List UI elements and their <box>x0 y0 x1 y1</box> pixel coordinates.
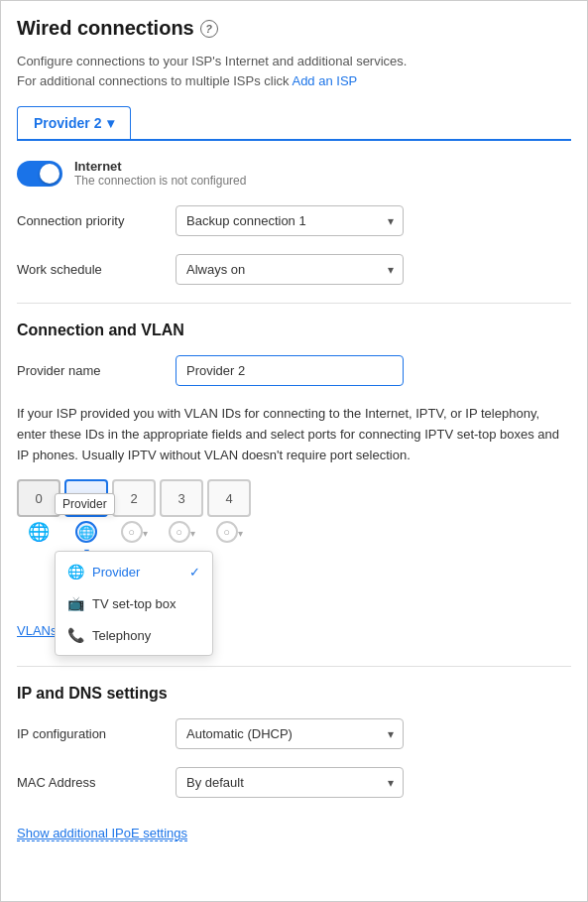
divider2 <box>17 666 571 667</box>
mac-address-select[interactable]: By default Custom <box>176 767 404 798</box>
port-1-circle[interactable]: 🌐 <box>75 521 97 543</box>
port-3-arrow: ▾ <box>190 528 195 539</box>
port-4-label: 4 <box>225 491 232 506</box>
tab-dropdown-icon: ▾ <box>107 115 114 131</box>
port-0-label: 0 <box>35 491 42 506</box>
check-icon: ✓ <box>189 565 200 580</box>
internet-status: The connection is not configured <box>74 174 246 188</box>
show-additional-link[interactable]: Show additional IPoE settings <box>17 826 187 841</box>
port-icon-row: 🌐 🌐 ▾ Provider 🌐 Provider ✓ <box>17 521 571 543</box>
ip-config-select-wrapper: Automatic (DHCP) Static IP PPPoE ▾ <box>176 718 404 749</box>
ip-config-label: IP configuration <box>17 726 166 741</box>
add-isp-link[interactable]: Add an ISP <box>292 73 357 88</box>
dropdown-telephony-label: Telephony <box>92 628 151 643</box>
dropdown-phone-icon: 📞 <box>67 627 84 643</box>
port-3-icon: ○ <box>176 526 182 538</box>
port-3-circle[interactable]: ○ <box>169 521 190 543</box>
port-1-dropdown: 🌐 Provider ✓ 📺 TV set-top box 📞 Telephon… <box>55 551 213 656</box>
page-title: Wired connections ? <box>17 17 571 40</box>
port-2-icon: ○ <box>128 526 135 538</box>
ports-section: 0 1 2 3 <box>17 479 571 543</box>
dropdown-provider-label: Provider <box>92 565 140 580</box>
port-2-btn[interactable]: 2 <box>112 479 156 517</box>
work-schedule-label: Work schedule <box>17 262 166 277</box>
description-line2-prefix: For additional connections to multiple I… <box>17 73 292 88</box>
provider-name-row: Provider name <box>17 355 571 386</box>
mac-address-select-wrapper: By default Custom ▾ <box>176 767 404 798</box>
dropdown-tv-label: TV set-top box <box>92 596 176 611</box>
divider1 <box>17 303 571 304</box>
provider-name-label: Provider name <box>17 363 166 378</box>
dropdown-item-telephony[interactable]: 📞 Telephony <box>56 619 212 651</box>
vlan-section-title: Connection and VLAN <box>17 322 571 339</box>
connection-priority-row: Connection priority Backup connection 1 … <box>17 205 571 236</box>
port-3-box: 3 <box>160 479 203 517</box>
internet-toggle[interactable] <box>17 161 62 187</box>
vlan-info: If your ISP provided you with VLAN IDs f… <box>17 404 571 465</box>
work-schedule-select[interactable]: Always on Custom schedule <box>176 254 404 285</box>
ip-config-row: IP configuration Automatic (DHCP) Static… <box>17 718 571 749</box>
description-line1: Configure connections to your ISP's Inte… <box>17 54 407 68</box>
wan-globe-icon: 🌐 <box>28 521 50 543</box>
ip-config-select[interactable]: Automatic (DHCP) Static IP PPPoE <box>176 718 404 749</box>
internet-info: Internet The connection is not configure… <box>74 159 246 188</box>
port-4-box: 4 <box>207 479 251 517</box>
port-1-tooltip: Provider <box>55 493 115 515</box>
tab-provider2-label: Provider 2 <box>34 115 101 131</box>
ip-dns-section-title: IP and DNS settings <box>17 685 571 703</box>
page-description: Configure connections to your ISP's Inte… <box>17 52 571 90</box>
help-icon[interactable]: ? <box>200 20 218 38</box>
mac-address-label: MAC Address <box>17 775 166 790</box>
dropdown-item-provider[interactable]: 🌐 Provider ✓ <box>56 556 212 587</box>
port-4-circle[interactable]: ○ <box>216 521 238 543</box>
connection-priority-label: Connection priority <box>17 213 166 228</box>
port-4-btn[interactable]: 4 <box>207 479 251 517</box>
port-2-box: 2 <box>112 479 156 517</box>
port-2-arrow: ▾ <box>143 528 148 539</box>
port-1-icon: 🌐 <box>78 525 94 540</box>
port-2-label: 2 <box>130 491 137 506</box>
internet-row: Internet The connection is not configure… <box>17 159 571 188</box>
port-2-circle[interactable]: ○ <box>121 521 143 543</box>
page-container: Wired connections ? Configure connection… <box>0 0 588 902</box>
dropdown-item-tv[interactable]: 📺 TV set-top box <box>56 587 212 619</box>
tabs-container: Provider 2 ▾ <box>17 106 571 141</box>
port-4-icon-cell: ○ ▾ <box>207 521 251 543</box>
work-schedule-row: Work schedule Always on Custom schedule … <box>17 254 571 285</box>
dropdown-provider-icon: 🌐 <box>67 564 84 580</box>
port-2-icon-cell: ○ ▾ <box>112 521 156 543</box>
port-4-icon: ○ <box>223 526 230 538</box>
port-3-btn[interactable]: 3 <box>160 479 203 517</box>
provider-name-input[interactable] <box>176 355 404 386</box>
toggle-thumb <box>40 164 59 184</box>
mac-address-row: MAC Address By default Custom ▾ <box>17 767 571 798</box>
connection-priority-select-wrapper: Backup connection 1 Main connection Back… <box>176 205 404 236</box>
wan-icon-cell: 🌐 <box>17 521 60 543</box>
work-schedule-select-wrapper: Always on Custom schedule ▾ <box>176 254 404 285</box>
connection-priority-select[interactable]: Backup connection 1 Main connection Back… <box>176 205 404 236</box>
port-3-label: 3 <box>177 491 184 506</box>
port-1-icon-cell: 🌐 ▾ Provider 🌐 Provider ✓ 📺 TV set-top b… <box>64 521 108 543</box>
tab-provider2[interactable]: Provider 2 ▾ <box>17 106 131 139</box>
dropdown-tv-icon: 📺 <box>67 595 84 611</box>
page-title-text: Wired connections <box>17 17 194 40</box>
port-3-icon-cell: ○ ▾ <box>160 521 203 543</box>
port-4-arrow: ▾ <box>238 528 243 539</box>
vlan-info-text: If your ISP provided you with VLAN IDs f… <box>17 406 559 462</box>
internet-label: Internet <box>74 159 246 174</box>
